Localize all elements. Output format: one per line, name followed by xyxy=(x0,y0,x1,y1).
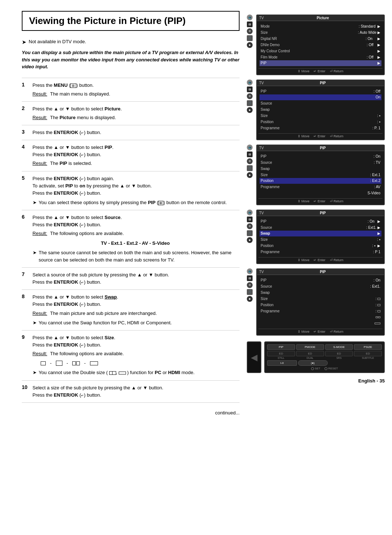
step-row: 6 Press the ▲ or ▼ button to select Sour… xyxy=(22,210,240,268)
reset-label: RESET xyxy=(324,367,338,370)
step-content: Press the ▲ or ▼ button to select Swap. … xyxy=(31,290,240,331)
tv-icon-2: 🖼 xyxy=(247,21,253,27)
step-number: 8 xyxy=(22,290,31,331)
step-number: 4 xyxy=(22,140,31,171)
arrow-icon: ➤ xyxy=(22,39,26,45)
tv-icon-e: ▶ xyxy=(247,107,253,113)
tv-icon-b: 🖼 xyxy=(247,86,253,92)
tv-panel-pip2: 📺 🖼 ⚙ 🎵 ▶ TV PIP PIP: On Source: TV Swap… xyxy=(247,145,385,206)
step-row: 8 Press the ▲ or ▼ button to select Swap… xyxy=(22,290,240,331)
tv-icon-l: 🖼 xyxy=(247,216,253,222)
panel-title: PIP xyxy=(264,211,382,215)
intro-description: You can display a sub picture within the… xyxy=(22,49,240,70)
tv-label: TV xyxy=(259,211,264,215)
pip-button[interactable]: PIP xyxy=(267,344,295,350)
step-number: 1 xyxy=(22,78,31,101)
step-number: 2 xyxy=(22,101,31,125)
step-content: Select a source of the sub picture by pr… xyxy=(31,268,240,290)
step-row: 4 Press the ▲ or ▼ button to select PIP.… xyxy=(22,140,240,171)
size-small-icon xyxy=(41,361,46,365)
result-label: Result: xyxy=(33,114,47,121)
nav-return: ⏎ Return xyxy=(330,134,344,138)
ed-button-4[interactable]: ED xyxy=(354,351,382,356)
result-text: The following options are available. xyxy=(50,230,124,237)
tv-icon-picture: 📺 xyxy=(247,15,253,20)
result-label: Result: xyxy=(33,310,47,317)
note-text: You cannot use the Swap function for PC,… xyxy=(39,319,172,327)
psize-button[interactable]: PSIZE xyxy=(354,344,382,350)
step-content: Press the ENTER/OK (↵) button again. To … xyxy=(31,171,240,210)
result-label: Result: xyxy=(33,90,47,98)
step-content: Press the ▲ or ▼ button to select Source… xyxy=(31,210,240,268)
tv-icon-r: ⚙ xyxy=(247,282,253,288)
step-number: 3 xyxy=(22,125,31,140)
result-label: Result: xyxy=(33,350,47,357)
nav-return: ⏎ Return xyxy=(330,330,344,333)
tv-icon-q: 🖼 xyxy=(247,275,253,281)
tv-icon-p: 📺 xyxy=(247,268,253,274)
remote-control: PIP PMODE S-MODE PSIZE ED ED ED ED STILL… xyxy=(264,341,385,373)
nav-return: ⏎ Return xyxy=(330,258,344,262)
tv-icon-g: 🖼 xyxy=(247,151,253,157)
result-label: Result: xyxy=(33,160,47,167)
nav-move: ⇕ Move xyxy=(298,258,310,262)
size-options: - - - xyxy=(33,360,238,367)
nav-enter: ↵ Enter xyxy=(314,258,325,262)
srs-label: SRS xyxy=(325,357,353,359)
step-row: 5 Press the ENTER/OK (↵) button again. T… xyxy=(22,171,240,210)
result-text: The main picture and sub picture are int… xyxy=(50,310,157,317)
step-content: Select a size of the sub picture by pres… xyxy=(31,380,240,402)
tv-icon-t: ▶ xyxy=(247,296,253,302)
tv-icon-o: ▶ xyxy=(247,237,253,243)
nav-return: ⏎ Return xyxy=(330,199,344,203)
panel-title: PIP xyxy=(264,270,382,274)
nav-move: ⇕ Move xyxy=(298,199,310,203)
tv-panel-pip4: 📺 🖼 ⚙ 🎵 ▶ TV PIP PIP: On Source: Ext1. S… xyxy=(247,268,385,336)
nav-move: ⇕ Move xyxy=(298,134,310,138)
tv-panel-pip3: 📺 🖼 ⚙ 🎵 ▶ TV PIP PIP: On ▶ Source: Ext1.… xyxy=(247,210,385,265)
ed-button-1[interactable]: ED xyxy=(267,351,295,356)
ed-button-2[interactable]: ED xyxy=(296,351,324,356)
ed-button-3[interactable]: ED xyxy=(325,351,353,356)
step-content: Press the ENTER/OK (↵) button. xyxy=(31,125,240,140)
nav-enter: ↵ Enter xyxy=(314,330,325,333)
step-row: 7 Select a source of the sub picture by … xyxy=(22,268,240,290)
tv-icon-i: 🎵 xyxy=(247,165,253,171)
step-number: 9 xyxy=(22,330,31,380)
tv-icon-4: 🎵 xyxy=(247,35,253,41)
nav-move: ⇕ Move xyxy=(298,69,310,73)
remote-section: ◀ PIP PMODE S-MODE PSIZE ED ED ED ED STI… xyxy=(247,341,385,373)
smode-button[interactable]: S-MODE xyxy=(325,344,353,350)
circle-button[interactable]: (●) xyxy=(298,360,328,366)
pmode-button[interactable]: PMODE xyxy=(296,344,324,350)
tv-icon-h: ⚙ xyxy=(247,158,253,164)
tv-icon-n: 🎵 xyxy=(247,230,253,236)
tv-label: TV xyxy=(259,81,264,85)
availability-note: ➤ Not available in DTV mode. xyxy=(22,39,240,45)
tv-icon-3: ⚙ xyxy=(247,28,253,34)
tv-label: TV xyxy=(259,16,264,20)
note-arrow-icon: ➤ xyxy=(33,369,37,376)
size-wide-icon xyxy=(90,361,98,365)
result-text: The main menu is displayed. xyxy=(50,90,110,98)
step-number: 7 xyxy=(22,268,31,290)
nav-enter: ↵ Enter xyxy=(314,69,325,73)
note-arrow-icon: ➤ xyxy=(33,199,37,206)
i-ii-button[interactable]: I-II xyxy=(267,360,297,366)
speaker-icon: ◀ xyxy=(247,341,261,373)
step-row: 9 Press the ▲ or ▼ button to select Size… xyxy=(22,330,240,380)
step-number: 5 xyxy=(22,171,31,210)
tv-icon-j: ▶ xyxy=(247,172,253,178)
step-content: Press the MENU (⊞) button. Result: The m… xyxy=(31,78,240,101)
tv-icon-a: 📺 xyxy=(247,80,253,85)
nav-move: ⇕ Move xyxy=(298,330,310,333)
continued-text: continued... xyxy=(22,410,240,416)
footer-page: English - 35 xyxy=(247,378,385,384)
tv-icon-5: ▶ xyxy=(247,42,253,48)
note-arrow-icon: ➤ xyxy=(33,319,37,327)
note-arrow-icon: ➤ xyxy=(33,249,37,256)
step-content: Press the ▲ or ▼ button to select Pictur… xyxy=(31,101,240,125)
steps-table: 1 Press the MENU (⊞) button. Result: The… xyxy=(22,78,240,403)
tv-icon-d: 🎵 xyxy=(247,100,253,106)
panel-title: PIP xyxy=(264,146,382,150)
